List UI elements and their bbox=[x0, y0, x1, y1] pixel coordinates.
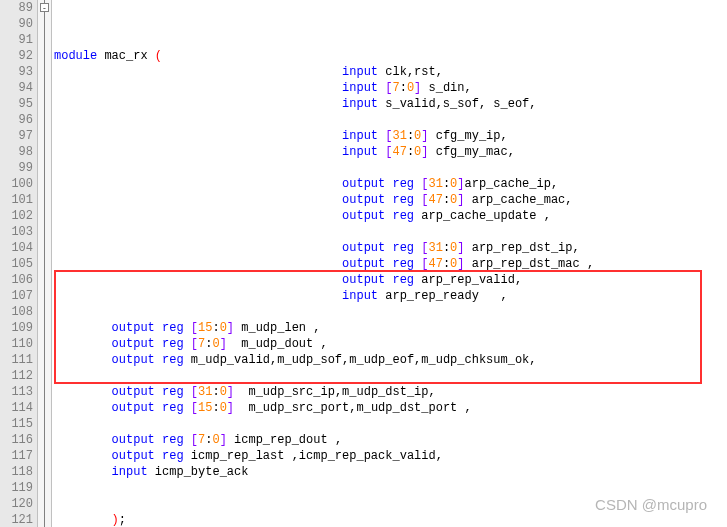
code-line[interactable] bbox=[54, 224, 727, 240]
code-line[interactable]: module mac_rx ( bbox=[54, 48, 727, 64]
token-id: cfg_my_mac, bbox=[428, 145, 514, 159]
line-number: 121 bbox=[0, 512, 33, 527]
code-line[interactable]: output reg [31:0]arp_cache_ip, bbox=[54, 176, 727, 192]
fold-toggle-icon[interactable]: - bbox=[40, 3, 49, 12]
line-number: 103 bbox=[0, 224, 33, 240]
code-line[interactable]: input arp_rep_ready , bbox=[54, 288, 727, 304]
code-line[interactable] bbox=[54, 304, 727, 320]
code-line[interactable]: output reg [15:0] m_udp_len , bbox=[54, 320, 727, 336]
token-num: 0 bbox=[220, 385, 227, 399]
code-line[interactable]: output reg [15:0] m_udp_src_port,m_udp_d… bbox=[54, 400, 727, 416]
code-line[interactable]: input s_valid,s_sof, s_eof, bbox=[54, 96, 727, 112]
line-number: 114 bbox=[0, 400, 33, 416]
line-number: 120 bbox=[0, 496, 33, 512]
token-id bbox=[155, 337, 162, 351]
token-kw: output bbox=[112, 321, 155, 335]
token-kw: reg bbox=[162, 385, 184, 399]
line-number: 104 bbox=[0, 240, 33, 256]
line-number: 106 bbox=[0, 272, 33, 288]
token-id: : bbox=[212, 401, 219, 415]
token-id: : bbox=[443, 193, 450, 207]
fold-column[interactable]: - bbox=[38, 0, 52, 527]
token-kw: output bbox=[112, 433, 155, 447]
token-bracket: ] bbox=[227, 321, 234, 335]
line-number: 97 bbox=[0, 128, 33, 144]
code-line[interactable]: output reg [31:0] arp_rep_dst_ip, bbox=[54, 240, 727, 256]
line-number: 112 bbox=[0, 368, 33, 384]
code-line[interactable]: output reg [7:0] icmp_rep_dout , bbox=[54, 432, 727, 448]
code-line[interactable] bbox=[54, 416, 727, 432]
token-kw: input bbox=[342, 129, 378, 143]
token-num: 15 bbox=[198, 321, 212, 335]
token-id: arp_rep_ready , bbox=[378, 289, 508, 303]
fold-guide-line bbox=[44, 0, 45, 527]
line-number: 98 bbox=[0, 144, 33, 160]
line-number: 107 bbox=[0, 288, 33, 304]
code-line[interactable]: output reg arp_cache_update , bbox=[54, 208, 727, 224]
code-line[interactable] bbox=[54, 496, 727, 512]
token-kw: output bbox=[342, 273, 385, 287]
code-line[interactable]: output reg icmp_rep_last ,icmp_rep_pack_… bbox=[54, 448, 727, 464]
line-number: 95 bbox=[0, 96, 33, 112]
token-kw: output bbox=[112, 353, 155, 367]
token-num: 0 bbox=[407, 81, 414, 95]
code-line[interactable] bbox=[54, 112, 727, 128]
code-line[interactable]: input [31:0] cfg_my_ip, bbox=[54, 128, 727, 144]
line-number: 100 bbox=[0, 176, 33, 192]
token-id: mac_rx bbox=[97, 49, 155, 63]
code-line[interactable] bbox=[54, 160, 727, 176]
token-num: 31 bbox=[198, 385, 212, 399]
line-number: 96 bbox=[0, 112, 33, 128]
code-line[interactable]: output reg [7:0] m_udp_dout , bbox=[54, 336, 727, 352]
line-number: 93 bbox=[0, 64, 33, 80]
token-bracket: [ bbox=[191, 433, 198, 447]
code-line[interactable]: output reg [31:0] m_udp_src_ip,m_udp_dst… bbox=[54, 384, 727, 400]
token-id: s_valid,s_sof, s_eof, bbox=[378, 97, 536, 111]
token-id: : bbox=[443, 241, 450, 255]
code-line[interactable]: output reg [47:0] arp_rep_dst_mac , bbox=[54, 256, 727, 272]
code-editor[interactable]: 8990919293949596979899100101102103104105… bbox=[0, 0, 727, 527]
token-kw: reg bbox=[162, 449, 184, 463]
token-id bbox=[184, 401, 191, 415]
token-kw: input bbox=[342, 145, 378, 159]
token-kw: reg bbox=[162, 337, 184, 351]
token-kw: module bbox=[54, 49, 97, 63]
token-id: arp_cache_ip, bbox=[465, 177, 559, 191]
token-num: 31 bbox=[392, 129, 406, 143]
line-number: 108 bbox=[0, 304, 33, 320]
token-num: 0 bbox=[212, 337, 219, 351]
code-line[interactable]: output reg m_udp_valid,m_udp_sof,m_udp_e… bbox=[54, 352, 727, 368]
token-id: icmp_byte_ack bbox=[148, 465, 249, 479]
code-line[interactable]: input icmp_byte_ack bbox=[54, 464, 727, 480]
code-line[interactable]: output reg [47:0] arp_cache_mac, bbox=[54, 192, 727, 208]
token-id bbox=[184, 337, 191, 351]
token-bracket: ] bbox=[227, 385, 234, 399]
token-bracket: ] bbox=[457, 193, 464, 207]
token-kw: reg bbox=[162, 353, 184, 367]
token-id: arp_rep_valid, bbox=[414, 273, 522, 287]
line-number: 102 bbox=[0, 208, 33, 224]
code-area[interactable]: module mac_rx ( input clk,rst, input [7:… bbox=[52, 0, 727, 527]
token-id bbox=[184, 321, 191, 335]
token-kw: reg bbox=[392, 273, 414, 287]
token-kw: output bbox=[342, 193, 385, 207]
code-line[interactable]: input [7:0] s_din, bbox=[54, 80, 727, 96]
token-id bbox=[155, 385, 162, 399]
token-kw: output bbox=[112, 385, 155, 399]
code-line[interactable]: input [47:0] cfg_my_mac, bbox=[54, 144, 727, 160]
token-id bbox=[155, 321, 162, 335]
code-line[interactable] bbox=[54, 480, 727, 496]
token-kw: reg bbox=[392, 241, 414, 255]
token-bracket: ] bbox=[220, 337, 227, 351]
token-id: : bbox=[443, 177, 450, 191]
token-bracket: ] bbox=[220, 433, 227, 447]
token-num: 47 bbox=[428, 257, 442, 271]
code-line[interactable]: input clk,rst, bbox=[54, 64, 727, 80]
token-num: 0 bbox=[220, 321, 227, 335]
token-id: : bbox=[212, 321, 219, 335]
code-line[interactable] bbox=[54, 368, 727, 384]
token-bracket: ] bbox=[457, 241, 464, 255]
code-line[interactable]: output reg arp_rep_valid, bbox=[54, 272, 727, 288]
code-line[interactable]: ); bbox=[54, 512, 727, 527]
token-id: m_udp_dout , bbox=[227, 337, 328, 351]
